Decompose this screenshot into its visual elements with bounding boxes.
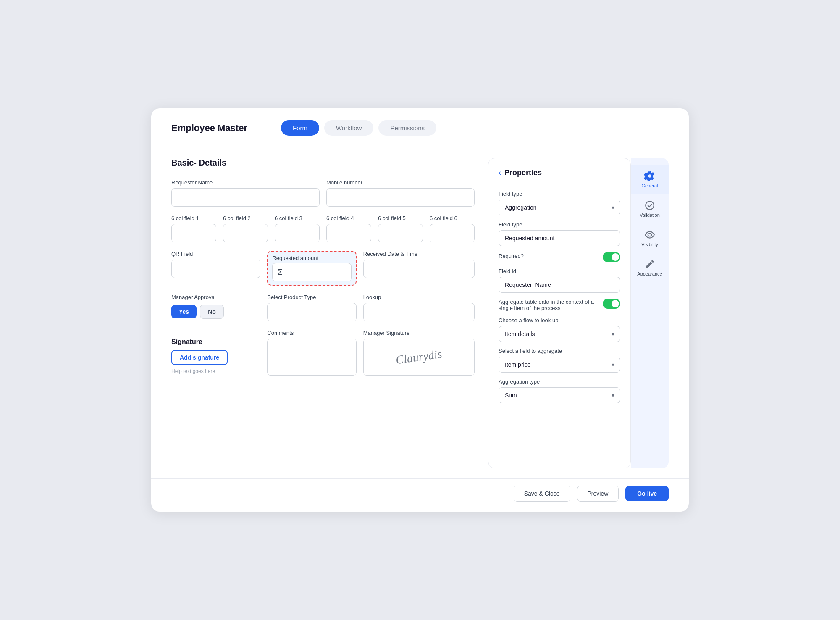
- go-live-button[interactable]: Go live: [625, 486, 669, 501]
- col1-field: 6 col field 1: [171, 215, 216, 242]
- col4-input[interactable]: [326, 224, 371, 242]
- field-name-input[interactable]: [499, 230, 620, 246]
- signature-area: Signature Add signature Help text goes h…: [171, 330, 260, 374]
- content-area: Basic- Details Requester Name Mobile num…: [151, 144, 689, 478]
- field-id-input[interactable]: [499, 277, 620, 293]
- field-type-select[interactable]: Aggregation: [499, 200, 620, 215]
- svg-point-0: [646, 201, 654, 210]
- signature-section: Signature Add signature Help text goes h…: [171, 338, 260, 374]
- requester-name-input[interactable]: [171, 188, 320, 207]
- preview-button[interactable]: Preview: [577, 486, 619, 502]
- sidebar-general-label: General: [641, 183, 658, 188]
- aggregation-type-select[interactable]: Sum: [499, 387, 620, 403]
- required-toggle[interactable]: [603, 252, 620, 262]
- col4-label: 6 col field 4: [326, 215, 371, 221]
- comments-label: Comments: [267, 330, 356, 336]
- sidebar-item-validation[interactable]: Validation: [631, 194, 669, 223]
- received-date-input[interactable]: [363, 260, 475, 278]
- aggregate-field-select-wrapper: Item price ▾: [499, 357, 620, 373]
- yes-button[interactable]: Yes: [171, 305, 197, 318]
- sidebar-appearance-label: Appearance: [637, 271, 662, 276]
- col6-label: 6 col field 6: [430, 215, 475, 221]
- properties-title: Properties: [504, 168, 542, 177]
- flow-label: Choose a flow to look up: [499, 317, 620, 323]
- header: Employee Master Form Workflow Permission…: [151, 108, 689, 144]
- comments-input[interactable]: [267, 339, 356, 376]
- lookup-field: Lookup: [363, 294, 475, 321]
- requested-amount-wrapper[interactable]: Requested amount Σ: [267, 251, 356, 286]
- gear-icon: [644, 171, 655, 181]
- app-title: Employee Master: [171, 123, 247, 134]
- select-product-label: Select Product Type: [267, 294, 356, 300]
- appearance-icon: [644, 259, 655, 270]
- right-sidebar: General Validation Visibility: [631, 158, 669, 468]
- requested-amount-sigma: Σ: [272, 263, 351, 281]
- received-date-field: Received Date & Time: [363, 251, 475, 278]
- col3-field: 6 col field 3: [275, 215, 320, 242]
- col6-input[interactable]: [430, 224, 475, 242]
- footer: Save & Close Preview Go live: [151, 478, 689, 512]
- mobile-number-input[interactable]: [326, 188, 475, 207]
- aggregation-type-select-wrapper: Sum ▾: [499, 387, 620, 403]
- svg-point-1: [648, 234, 652, 236]
- tab-form[interactable]: Form: [281, 120, 319, 136]
- select-product-input[interactable]: [267, 303, 356, 321]
- row-sig-comments-mansig: Signature Add signature Help text goes h…: [171, 330, 475, 376]
- qr-field: QR Field: [171, 251, 260, 278]
- approval-buttons: Yes No: [171, 305, 260, 319]
- aggregate-toggle[interactable]: [603, 299, 620, 309]
- sidebar-item-general[interactable]: General: [631, 165, 669, 194]
- lookup-input[interactable]: [363, 303, 475, 321]
- col5-input[interactable]: [378, 224, 423, 242]
- aggregate-table-label: Aggregate table data in the context of a…: [499, 299, 598, 311]
- aggregate-field-select[interactable]: Item price: [499, 357, 620, 373]
- tab-permissions[interactable]: Permissions: [378, 120, 436, 136]
- no-button[interactable]: No: [200, 305, 224, 319]
- col2-input[interactable]: [223, 224, 268, 242]
- col5-field: 6 col field 5: [378, 215, 423, 242]
- qr-label: QR Field: [171, 251, 260, 257]
- col3-label: 6 col field 3: [275, 215, 320, 221]
- right-panel: ‹ Properties Field type Aggregation ▾ Fi…: [488, 158, 669, 468]
- col5-label: 6 col field 5: [378, 215, 423, 221]
- col4-field: 6 col field 4: [326, 215, 371, 242]
- main-card: Employee Master Form Workflow Permission…: [151, 108, 689, 512]
- visibility-icon: [644, 229, 655, 240]
- manager-signature-field: Manager Signature Claurydis: [363, 330, 475, 376]
- nav-tabs: Form Workflow Permissions: [281, 120, 436, 136]
- sidebar-item-visibility[interactable]: Visibility: [631, 223, 669, 253]
- flow-select[interactable]: Item details: [499, 326, 620, 342]
- select-aggregate-label: Select a field to aggregate: [499, 348, 620, 354]
- signature-title: Signature: [171, 338, 260, 346]
- required-row: Required?: [499, 252, 620, 262]
- field-id-label: Field id: [499, 268, 620, 274]
- field-type-select-wrapper: Aggregation ▾: [499, 200, 620, 215]
- add-signature-button[interactable]: Add signature: [171, 350, 228, 365]
- col6-field: 6 col field 6: [430, 215, 475, 242]
- sidebar-validation-label: Validation: [640, 213, 660, 218]
- col3-input[interactable]: [275, 224, 320, 242]
- section-title: Basic- Details: [171, 158, 475, 168]
- mobile-number-field: Mobile number: [326, 179, 475, 207]
- aggregation-type-label: Aggregation type: [499, 378, 620, 385]
- select-product-field: Select Product Type: [267, 294, 356, 321]
- properties-panel: ‹ Properties Field type Aggregation ▾ Fi…: [488, 158, 631, 468]
- save-close-button[interactable]: Save & Close: [514, 486, 570, 502]
- manager-signature-label: Manager Signature: [363, 330, 475, 336]
- sidebar-item-appearance[interactable]: Appearance: [631, 253, 669, 282]
- col2-label: 6 col field 2: [223, 215, 268, 221]
- col1-input[interactable]: [171, 224, 216, 242]
- lookup-label: Lookup: [363, 294, 475, 300]
- field-type-label: Field type: [499, 191, 620, 197]
- flow-select-wrapper: Item details ▾: [499, 326, 620, 342]
- requester-name-label: Requester Name: [171, 179, 320, 186]
- tab-workflow[interactable]: Workflow: [324, 120, 373, 136]
- manager-approval-label: Manager Approval: [171, 294, 260, 300]
- row-6col: 6 col field 1 6 col field 2 6 col field …: [171, 215, 475, 242]
- back-button[interactable]: ‹: [499, 168, 501, 177]
- qr-input[interactable]: [171, 260, 260, 278]
- required-label: Required?: [499, 253, 524, 259]
- received-date-label: Received Date & Time: [363, 251, 475, 257]
- field-name-label: Field type: [499, 221, 620, 228]
- form-section: Basic- Details Requester Name Mobile num…: [171, 158, 475, 468]
